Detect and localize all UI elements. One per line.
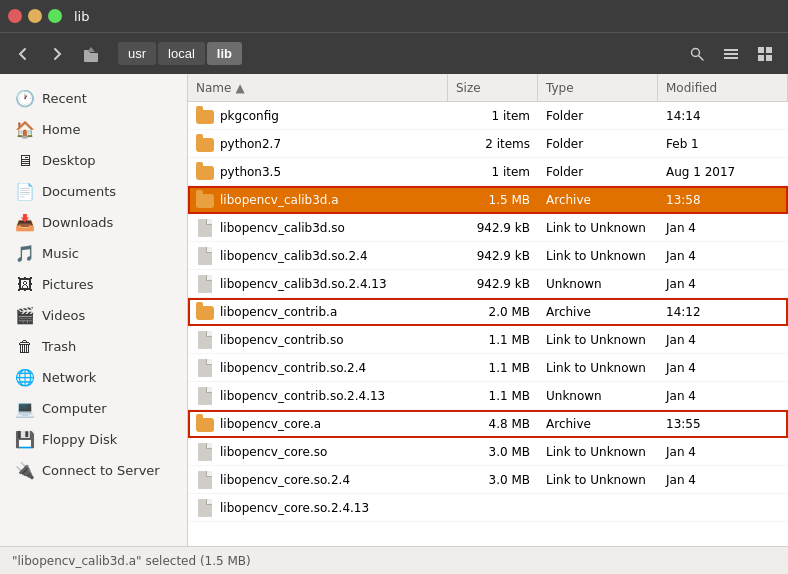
svg-rect-5: [724, 53, 738, 55]
sidebar-item-documents[interactable]: 📄 Documents: [4, 176, 183, 206]
cell-type: Link to Unknown: [538, 214, 658, 241]
cell-size: 1 item: [448, 102, 538, 129]
maximize-button[interactable]: [48, 9, 62, 23]
row-icon: [196, 443, 214, 461]
sidebar-label-recent: Recent: [42, 91, 87, 106]
breadcrumb-lib[interactable]: lib: [207, 42, 242, 65]
sidebar-label-network: Network: [42, 370, 96, 385]
sidebar-item-connect[interactable]: 🔌 Connect to Server: [4, 455, 183, 485]
table-row[interactable]: libopencv_core.a 4.8 MB Archive 13:55: [188, 410, 788, 438]
file-name: python3.5: [220, 165, 281, 179]
cell-modified: Jan 4: [658, 466, 788, 493]
forward-button[interactable]: [42, 39, 72, 69]
folder-icon: [196, 138, 214, 152]
cell-modified: Jan 4: [658, 438, 788, 465]
table-row[interactable]: libopencv_calib3d.a 1.5 MB Archive 13:58: [188, 186, 788, 214]
row-icon: [196, 107, 214, 125]
parent-button[interactable]: [76, 39, 106, 69]
table-row[interactable]: libopencv_contrib.so.2.4 1.1 MB Link to …: [188, 354, 788, 382]
col-header-modified[interactable]: Modified: [658, 74, 788, 101]
grid-view-button[interactable]: [750, 39, 780, 69]
sidebar-label-documents: Documents: [42, 184, 116, 199]
file-name: libopencv_calib3d.so.2.4: [220, 249, 368, 263]
cell-type: Folder: [538, 130, 658, 157]
music-icon: 🎵: [16, 244, 34, 262]
sidebar-item-music[interactable]: 🎵 Music: [4, 238, 183, 268]
sidebar-item-recent[interactable]: 🕐 Recent: [4, 83, 183, 113]
file-name: libopencv_core.so.2.4: [220, 473, 350, 487]
sidebar-item-videos[interactable]: 🎬 Videos: [4, 300, 183, 330]
toolbar-right: [682, 39, 780, 69]
cell-name: python2.7: [188, 130, 448, 157]
file-icon: [198, 359, 212, 377]
breadcrumb-usr[interactable]: usr: [118, 42, 156, 65]
sidebar-item-network[interactable]: 🌐 Network: [4, 362, 183, 392]
cell-type: Link to Unknown: [538, 354, 658, 381]
file-name: pkgconfig: [220, 109, 279, 123]
cell-modified: Aug 1 2017: [658, 158, 788, 185]
sidebar-label-connect: Connect to Server: [42, 463, 160, 478]
cell-size: 3.0 MB: [448, 466, 538, 493]
svg-rect-10: [766, 55, 772, 61]
back-button[interactable]: [8, 39, 38, 69]
table-row[interactable]: pkgconfig 1 item Folder 14:14: [188, 102, 788, 130]
desktop-icon: 🖥: [16, 151, 34, 169]
table-row[interactable]: python2.7 2 items Folder Feb 1: [188, 130, 788, 158]
cell-size: 942.9 kB: [448, 270, 538, 297]
table-row[interactable]: libopencv_contrib.so 1.1 MB Link to Unkn…: [188, 326, 788, 354]
close-button[interactable]: [8, 9, 22, 23]
table-row[interactable]: libopencv_contrib.so.2.4.13 1.1 MB Unkno…: [188, 382, 788, 410]
sidebar-label-desktop: Desktop: [42, 153, 96, 168]
file-icon: [198, 331, 212, 349]
cell-modified: Jan 4: [658, 214, 788, 241]
cell-modified: Feb 1: [658, 130, 788, 157]
search-button[interactable]: [682, 39, 712, 69]
table-row[interactable]: python3.5 1 item Folder Aug 1 2017: [188, 158, 788, 186]
cell-size: 1.1 MB: [448, 382, 538, 409]
downloads-icon: 📥: [16, 213, 34, 231]
svg-rect-7: [758, 47, 764, 53]
cell-modified: Jan 4: [658, 382, 788, 409]
cell-size: 942.9 kB: [448, 242, 538, 269]
table-row[interactable]: libopencv_calib3d.so.2.4 942.9 kB Link t…: [188, 242, 788, 270]
sidebar-item-home[interactable]: 🏠 Home: [4, 114, 183, 144]
file-name: libopencv_calib3d.so.2.4.13: [220, 277, 387, 291]
table-row[interactable]: libopencv_calib3d.so 942.9 kB Link to Un…: [188, 214, 788, 242]
cell-name: libopencv_contrib.so.2.4: [188, 354, 448, 381]
sidebar-item-computer[interactable]: 💻 Computer: [4, 393, 183, 423]
file-icon: [198, 387, 212, 405]
table-row[interactable]: libopencv_calib3d.so.2.4.13 942.9 kB Unk…: [188, 270, 788, 298]
network-icon: 🌐: [16, 368, 34, 386]
file-name: libopencv_contrib.a: [220, 305, 337, 319]
cell-name: libopencv_core.so: [188, 438, 448, 465]
svg-rect-6: [724, 57, 738, 59]
sidebar-label-home: Home: [42, 122, 80, 137]
col-header-size[interactable]: Size: [448, 74, 538, 101]
breadcrumb-local[interactable]: local: [158, 42, 205, 65]
cell-name: libopencv_contrib.so: [188, 326, 448, 353]
file-header: Name ▲ Size Type Modified: [188, 74, 788, 102]
table-row[interactable]: libopencv_core.so.2.4 3.0 MB Link to Unk…: [188, 466, 788, 494]
table-row[interactable]: libopencv_core.so 3.0 MB Link to Unknown…: [188, 438, 788, 466]
col-header-name[interactable]: Name ▲: [188, 74, 448, 101]
sidebar-item-trash[interactable]: 🗑 Trash: [4, 331, 183, 361]
minimize-button[interactable]: [28, 9, 42, 23]
file-icon: [198, 275, 212, 293]
sidebar-item-pictures[interactable]: 🖼 Pictures: [4, 269, 183, 299]
cell-size: 1.5 MB: [448, 186, 538, 213]
breadcrumb: usr local lib: [118, 42, 670, 65]
sidebar: 🕐 Recent 🏠 Home 🖥 Desktop 📄 Documents 📥 …: [0, 74, 188, 546]
sidebar-item-floppy[interactable]: 💾 Floppy Disk: [4, 424, 183, 454]
folder-icon: [196, 166, 214, 180]
file-icon: [198, 499, 212, 517]
table-row[interactable]: libopencv_core.so.2.4.13: [188, 494, 788, 522]
col-header-type[interactable]: Type: [538, 74, 658, 101]
row-icon: [196, 359, 214, 377]
sidebar-item-desktop[interactable]: 🖥 Desktop: [4, 145, 183, 175]
cell-size: [448, 494, 538, 521]
documents-icon: 📄: [16, 182, 34, 200]
sidebar-item-downloads[interactable]: 📥 Downloads: [4, 207, 183, 237]
list-view-button[interactable]: [716, 39, 746, 69]
table-row[interactable]: libopencv_contrib.a 2.0 MB Archive 14:12: [188, 298, 788, 326]
file-name: python2.7: [220, 137, 281, 151]
